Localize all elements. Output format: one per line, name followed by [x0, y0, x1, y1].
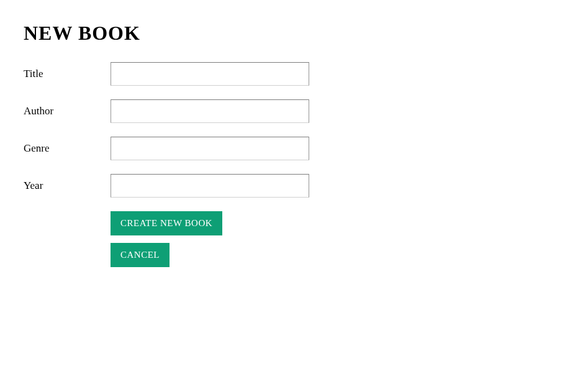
title-label: Title — [24, 68, 111, 80]
author-label: Author — [24, 105, 111, 117]
field-row-title: Title — [24, 62, 564, 86]
field-row-year: Year — [24, 174, 564, 198]
new-book-form: Title Author Genre Year CREATE NEW BOOK … — [24, 62, 564, 267]
field-row-genre: Genre — [24, 137, 564, 160]
year-input[interactable] — [111, 174, 309, 198]
author-input[interactable] — [111, 99, 309, 123]
cancel-button[interactable]: CANCEL — [111, 243, 170, 267]
page-title: NEW BOOK — [24, 22, 564, 45]
genre-label: Genre — [24, 142, 111, 155]
field-row-author: Author — [24, 99, 564, 123]
genre-input[interactable] — [111, 137, 309, 160]
button-row: CREATE NEW BOOK CANCEL — [111, 211, 564, 267]
create-new-book-button[interactable]: CREATE NEW BOOK — [111, 211, 222, 235]
year-label: Year — [24, 180, 111, 192]
title-input[interactable] — [111, 62, 309, 86]
